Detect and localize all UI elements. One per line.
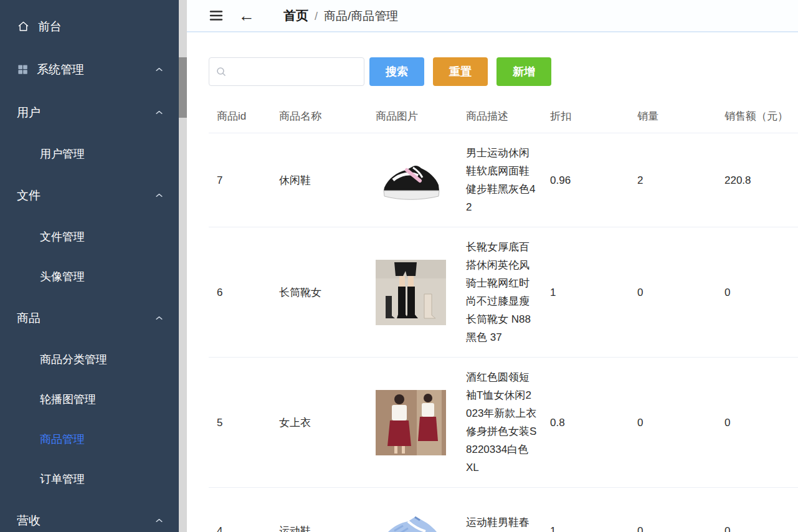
cell-product-name: 运动鞋	[271, 488, 368, 532]
chevron-up-icon	[154, 191, 164, 200]
column-header: 商品图片	[368, 100, 458, 133]
cell-product-desc: 酒红色圆领短袖T恤女休闲2023年新款上衣修身拼色女装S8220334白色 XL	[458, 358, 542, 488]
sidebar-item-product[interactable]: 商品	[0, 297, 179, 340]
chevron-up-icon	[154, 108, 164, 117]
cell-sales-amount: 0	[716, 358, 798, 488]
sidebar-item-avatar-manage[interactable]: 头像管理	[0, 257, 179, 297]
back-arrow-icon[interactable]: ←	[239, 7, 255, 24]
column-header: 折扣	[542, 100, 629, 133]
chevron-up-icon	[154, 313, 164, 323]
column-header: 商品id	[209, 100, 271, 133]
cell-product-id: 5	[209, 358, 271, 488]
search-button[interactable]: 搜索	[369, 57, 424, 86]
cell-product-id: 4	[209, 488, 271, 532]
table-row[interactable]: 5女上衣酒红色圆领短袖T恤女休闲2023年新款上衣修身拼色女装S8220334白…	[209, 358, 798, 488]
cell-sales-amount: 220.8	[716, 133, 798, 227]
breadcrumb: 首页 / 商品/商品管理	[283, 7, 398, 24]
reset-button[interactable]: 重置	[433, 57, 488, 86]
column-header: 商品名称	[271, 100, 368, 133]
sidebar-menu: 前台系统管理用户用户管理文件文件管理头像管理商品商品分类管理轮播图管理商品管理订…	[0, 5, 179, 532]
column-header: 商品描述	[458, 100, 542, 133]
product-image[interactable]	[376, 153, 453, 207]
table-body: 7休闲鞋男士运动休闲鞋软底网面鞋健步鞋黑灰色420.962220.86长筒靴女长…	[209, 133, 798, 532]
sidebar-item-label: 商品分类管理	[40, 352, 107, 367]
cell-product-image	[368, 227, 458, 358]
search-box[interactable]	[209, 57, 364, 86]
sidebar-item-label: 轮播图管理	[40, 392, 96, 407]
sidebar-item-label: 订单管理	[40, 472, 85, 487]
breadcrumb-current: 商品/商品管理	[324, 8, 398, 24]
cell-sales: 2	[629, 133, 716, 227]
cell-product-desc: 运动鞋男鞋春夏网面透气软	[458, 488, 542, 532]
cell-product-image	[368, 488, 458, 532]
product-image[interactable]	[376, 498, 453, 532]
sidebar-item-label: 系统管理	[37, 62, 84, 78]
sidebar-item-user[interactable]: 用户	[0, 91, 179, 134]
table-row[interactable]: 7休闲鞋男士运动休闲鞋软底网面鞋健步鞋黑灰色420.962220.8	[209, 133, 798, 227]
home-icon	[17, 20, 30, 33]
sidebar-item-label: 商品	[17, 310, 40, 326]
cell-product-image	[368, 358, 458, 488]
topbar: ← 首页 / 商品/商品管理	[187, 0, 798, 32]
cell-product-desc: 男士运动休闲鞋软底网面鞋健步鞋黑灰色42	[458, 133, 542, 227]
cell-product-name: 休闲鞋	[271, 133, 368, 227]
cell-product-image	[368, 133, 458, 227]
sidebar-item-label: 前台	[38, 19, 62, 35]
chevron-up-icon	[154, 516, 164, 525]
sidebar-item-product-manage[interactable]: 商品管理	[0, 419, 179, 459]
sidebar-item-label: 用户	[17, 105, 40, 121]
scrollbar-thumb[interactable]	[179, 57, 187, 118]
toolbar: 搜索 重置 新增	[209, 57, 798, 86]
cell-sales-amount: 0	[716, 488, 798, 532]
chevron-up-icon	[154, 65, 164, 74]
cell-sales: 0	[629, 358, 716, 488]
search-icon	[216, 67, 226, 77]
cell-product-id: 7	[209, 133, 271, 227]
app-window: 前台系统管理用户用户管理文件文件管理头像管理商品商品分类管理轮播图管理商品管理订…	[0, 0, 798, 532]
cell-sales: 0	[629, 227, 716, 358]
column-header: 销量	[629, 100, 716, 133]
cell-product-id: 6	[209, 227, 271, 358]
main-area: ← 首页 / 商品/商品管理 搜索 重置 新增	[187, 0, 798, 532]
cell-product-name: 长筒靴女	[271, 227, 368, 358]
sidebar-item-label: 商品管理	[40, 432, 85, 447]
sidebar-item-front[interactable]: 前台	[0, 5, 179, 48]
sidebar-item-revenue[interactable]: 营收	[0, 499, 179, 532]
sidebar-item-product-category-manage[interactable]: 商品分类管理	[0, 340, 179, 379]
sidebar-item-label: 用户管理	[40, 146, 85, 161]
add-button[interactable]: 新增	[496, 57, 551, 86]
cell-discount: 1	[542, 488, 629, 532]
sidebar-item-user-manage[interactable]: 用户管理	[0, 134, 179, 174]
sidebar-item-system-manage[interactable]: 系统管理	[0, 48, 179, 91]
cell-product-desc: 长靴女厚底百搭休闲英伦风骑士靴网红时尚不过膝显瘦长筒靴女 N88黑色 37	[458, 227, 542, 358]
sidebar-item-label: 文件管理	[40, 229, 85, 244]
column-header: 销售额（元）	[716, 100, 798, 133]
sidebar: 前台系统管理用户用户管理文件文件管理头像管理商品商品分类管理轮播图管理商品管理订…	[0, 0, 179, 532]
sidebar-scrollbar[interactable]	[179, 0, 187, 532]
search-input[interactable]	[231, 66, 357, 77]
sidebar-item-label: 文件	[17, 188, 40, 204]
breadcrumb-separator: /	[315, 10, 318, 23]
table-row[interactable]: 6长筒靴女长靴女厚底百搭休闲英伦风骑士靴网红时尚不过膝显瘦长筒靴女 N88黑色 …	[209, 227, 798, 358]
grid-icon	[17, 64, 29, 75]
sidebar-item-file-manage[interactable]: 文件管理	[0, 217, 179, 257]
cell-sales-amount: 0	[716, 227, 798, 358]
cell-discount: 0.96	[542, 133, 629, 227]
product-image[interactable]	[376, 390, 453, 455]
cell-discount: 0.8	[542, 358, 629, 488]
sidebar-item-order-manage[interactable]: 订单管理	[0, 459, 179, 499]
table-row[interactable]: 4运动鞋运动鞋男鞋春夏网面透气软100	[209, 488, 798, 532]
product-image[interactable]	[376, 260, 453, 325]
sidebar-item-carousel-manage[interactable]: 轮播图管理	[0, 379, 179, 419]
menu-toggle-icon[interactable]	[209, 8, 224, 23]
products-table: 商品id商品名称商品图片商品描述折扣销量销售额（元） 7休闲鞋男士运动休闲鞋软底…	[209, 100, 798, 532]
cell-product-name: 女上衣	[271, 358, 368, 488]
sidebar-item-file[interactable]: 文件	[0, 174, 179, 217]
sidebar-item-label: 头像管理	[40, 269, 85, 284]
content: 搜索 重置 新增 商品id商品名称商品图片商品描述折扣销量销售额（元） 7休闲鞋…	[187, 32, 798, 532]
table-header-row: 商品id商品名称商品图片商品描述折扣销量销售额（元）	[209, 100, 798, 133]
cell-discount: 1	[542, 227, 629, 358]
breadcrumb-home[interactable]: 首页	[283, 7, 308, 24]
sidebar-item-label: 营收	[17, 513, 40, 529]
cell-sales: 0	[629, 488, 716, 532]
